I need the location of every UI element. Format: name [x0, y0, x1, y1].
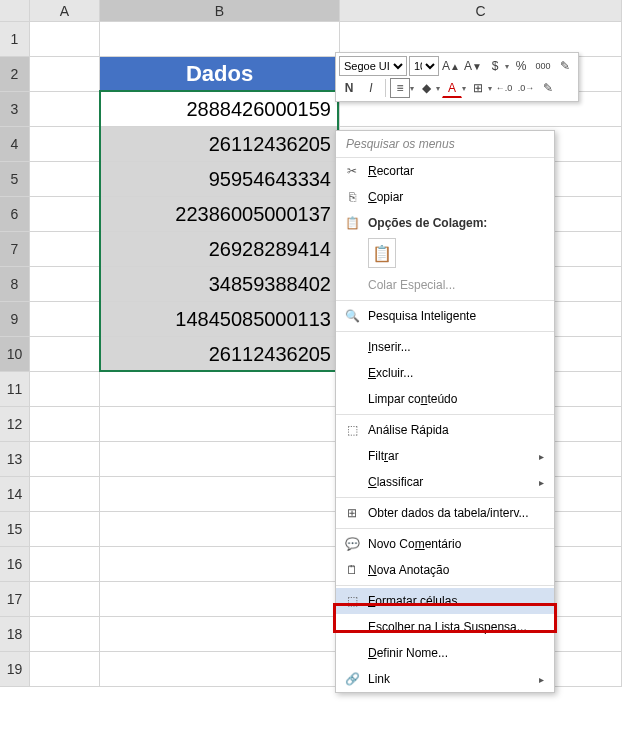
- cell-a17[interactable]: [30, 582, 100, 617]
- fill-color-button[interactable]: ◆: [416, 78, 436, 98]
- cell-a1[interactable]: [30, 22, 100, 57]
- cell-b6[interactable]: 22386005000137: [100, 197, 340, 232]
- align-button[interactable]: ≡: [390, 78, 410, 98]
- menu-insert[interactable]: Inserir...: [336, 334, 554, 360]
- cell-a2[interactable]: [30, 57, 100, 92]
- increase-font-button[interactable]: A▲: [441, 56, 461, 76]
- cell-b4[interactable]: 26112436205: [100, 127, 340, 162]
- cell-b3[interactable]: 2888426000159: [100, 92, 340, 127]
- menu-cut[interactable]: ✂ Recortar: [336, 158, 554, 184]
- cell-b7[interactable]: 26928289414: [100, 232, 340, 267]
- cell-a14[interactable]: [30, 477, 100, 512]
- row-header-8[interactable]: 8: [0, 267, 30, 302]
- menu-sort[interactable]: Classificar ▸: [336, 469, 554, 495]
- cell-a18[interactable]: [30, 617, 100, 652]
- cell-a16[interactable]: [30, 547, 100, 582]
- currency-button[interactable]: $: [485, 56, 505, 76]
- row-header-16[interactable]: 16: [0, 547, 30, 582]
- increase-decimal-button[interactable]: ←.0: [494, 78, 514, 98]
- menu-new-note-label: Nova Anotação: [368, 563, 449, 577]
- cell-b12[interactable]: [100, 407, 340, 442]
- row-header-1[interactable]: 1: [0, 22, 30, 57]
- bold-button[interactable]: N: [339, 78, 359, 98]
- cell-a11[interactable]: [30, 372, 100, 407]
- row-header-4[interactable]: 4: [0, 127, 30, 162]
- menu-copy-label: Copiar: [368, 190, 403, 204]
- row-header-13[interactable]: 13: [0, 442, 30, 477]
- row-header-19[interactable]: 19: [0, 652, 30, 687]
- row-header-12[interactable]: 12: [0, 407, 30, 442]
- row-header-10[interactable]: 10: [0, 337, 30, 372]
- select-all-corner[interactable]: [0, 0, 30, 22]
- italic-button[interactable]: I: [361, 78, 381, 98]
- decrease-font-button[interactable]: A▼: [463, 56, 483, 76]
- cell-b13[interactable]: [100, 442, 340, 477]
- row-header-15[interactable]: 15: [0, 512, 30, 547]
- row-header-9[interactable]: 9: [0, 302, 30, 337]
- row-header-2[interactable]: 2: [0, 57, 30, 92]
- row-header-18[interactable]: 18: [0, 617, 30, 652]
- menu-filter[interactable]: Filtrar ▸: [336, 443, 554, 469]
- menu-cut-label: Recortar: [368, 164, 414, 178]
- decrease-decimal-button[interactable]: .0→: [516, 78, 536, 98]
- cell-b8[interactable]: 34859388402: [100, 267, 340, 302]
- cell-a13[interactable]: [30, 442, 100, 477]
- menu-get-data[interactable]: ⊞ Obter dados da tabela/interv...: [336, 500, 554, 526]
- col-header-c[interactable]: C: [340, 0, 622, 22]
- cell-b19[interactable]: [100, 652, 340, 687]
- cell-b16[interactable]: [100, 547, 340, 582]
- menu-new-comment[interactable]: 💬 Novo Comentário: [336, 531, 554, 557]
- font-size-select[interactable]: 10: [409, 56, 439, 76]
- percent-button[interactable]: %: [511, 56, 531, 76]
- cell-b2-header[interactable]: Dados: [100, 57, 340, 92]
- cell-a5[interactable]: [30, 162, 100, 197]
- row-header-7[interactable]: 7: [0, 232, 30, 267]
- row-header-3[interactable]: 3: [0, 92, 30, 127]
- menu-copy[interactable]: ⎘ Copiar: [336, 184, 554, 210]
- cell-b17[interactable]: [100, 582, 340, 617]
- menu-link[interactable]: 🔗 Link ▸: [336, 666, 554, 692]
- row-header-11[interactable]: 11: [0, 372, 30, 407]
- menu-smart-lookup[interactable]: 🔍 Pesquisa Inteligente: [336, 303, 554, 329]
- menu-pick-list[interactable]: Escolher na Lista Suspensa...: [336, 614, 554, 640]
- cell-a8[interactable]: [30, 267, 100, 302]
- font-family-select[interactable]: Segoe UI: [339, 56, 407, 76]
- menu-format-cells[interactable]: ⬚ Formatar células...: [336, 588, 554, 614]
- format-button[interactable]: ✎: [538, 78, 558, 98]
- cell-b10[interactable]: 26112436205: [100, 337, 340, 372]
- cell-a9[interactable]: [30, 302, 100, 337]
- menu-search-input[interactable]: Pesquisar os menus: [336, 131, 554, 158]
- cell-a3[interactable]: [30, 92, 100, 127]
- paste-default-button[interactable]: 📋: [368, 238, 396, 268]
- row-header-6[interactable]: 6: [0, 197, 30, 232]
- cell-b9[interactable]: 14845085000113: [100, 302, 340, 337]
- thousands-button[interactable]: 000: [533, 56, 553, 76]
- menu-quick-analysis[interactable]: ⬚ Análise Rápida: [336, 417, 554, 443]
- cell-b11[interactable]: [100, 372, 340, 407]
- cell-b15[interactable]: [100, 512, 340, 547]
- cell-a6[interactable]: [30, 197, 100, 232]
- menu-define-name[interactable]: Definir Nome...: [336, 640, 554, 666]
- cell-a12[interactable]: [30, 407, 100, 442]
- cell-b14[interactable]: [100, 477, 340, 512]
- row-header-17[interactable]: 17: [0, 582, 30, 617]
- format-painter-button[interactable]: ✎: [555, 56, 575, 76]
- cell-b1[interactable]: [100, 22, 340, 57]
- row-header-14[interactable]: 14: [0, 477, 30, 512]
- cell-a4[interactable]: [30, 127, 100, 162]
- cell-a10[interactable]: [30, 337, 100, 372]
- menu-delete[interactable]: Excluir...: [336, 360, 554, 386]
- cell-a7[interactable]: [30, 232, 100, 267]
- cell-a15[interactable]: [30, 512, 100, 547]
- border-button[interactable]: ⊞: [468, 78, 488, 98]
- cell-b5[interactable]: 95954643334: [100, 162, 340, 197]
- cell-a19[interactable]: [30, 652, 100, 687]
- menu-new-note[interactable]: 🗒 Nova Anotação: [336, 557, 554, 583]
- link-icon: 🔗: [344, 671, 360, 687]
- col-header-a[interactable]: A: [30, 0, 100, 22]
- menu-clear[interactable]: Limpar conteúdo: [336, 386, 554, 412]
- row-header-5[interactable]: 5: [0, 162, 30, 197]
- cell-b18[interactable]: [100, 617, 340, 652]
- font-color-button[interactable]: A: [442, 78, 462, 98]
- col-header-b[interactable]: B: [100, 0, 340, 22]
